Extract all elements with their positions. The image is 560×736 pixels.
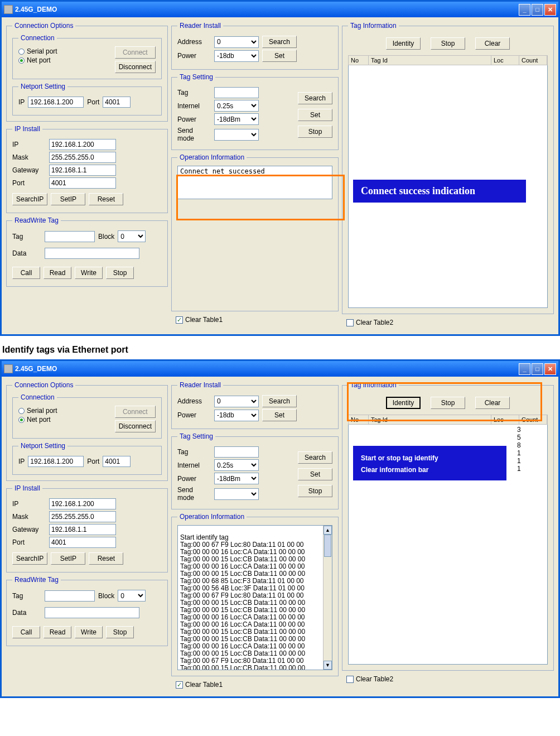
- clear-table2-checkbox[interactable]: [346, 319, 354, 326]
- tag-stop-button[interactable]: Stop: [431, 397, 465, 409]
- block-select[interactable]: 0: [118, 590, 146, 602]
- clear-table2-checkbox[interactable]: [346, 676, 354, 683]
- port-label: Port: [12, 538, 46, 546]
- write-button[interactable]: Write: [75, 626, 103, 638]
- opinfo-lines: Start identify tag Tag:00 00 67 F9 Loc:8…: [180, 533, 305, 670]
- reader-set-button[interactable]: Set: [262, 409, 297, 421]
- tag-table-counts: 3 5 8 1 1 1: [517, 426, 545, 663]
- clear-button[interactable]: Clear: [475, 397, 510, 409]
- scroll-thumb[interactable]: [324, 535, 331, 557]
- gateway-input[interactable]: [49, 524, 116, 535]
- opinfo-textarea[interactable]: Start identify tag Tag:00 00 67 F9 Loc:8…: [177, 525, 332, 670]
- readwrite-legend: ReadWrite Tag: [12, 576, 61, 584]
- rw-data-input[interactable]: [45, 248, 139, 259]
- block-select[interactable]: 0: [118, 230, 146, 242]
- ts-interval-select[interactable]: 0.25s: [214, 100, 259, 112]
- netport-setting-group: Netport Setting IP Port: [12, 83, 162, 116]
- setip-button[interactable]: SetIP: [51, 552, 85, 565]
- clear-table1-label: Clear Table1: [185, 316, 223, 324]
- minimize-button[interactable]: _: [519, 4, 530, 16]
- connect-button[interactable]: Connect: [115, 46, 156, 59]
- stop-button[interactable]: Stop: [106, 267, 134, 279]
- write-button[interactable]: Write: [75, 267, 103, 279]
- ip-input[interactable]: [49, 498, 116, 509]
- call-button[interactable]: Call: [12, 267, 40, 279]
- ts-set-button[interactable]: Set: [298, 109, 332, 121]
- ts-stop-button[interactable]: Stop: [298, 126, 332, 138]
- reader-search-button[interactable]: Search: [262, 36, 297, 48]
- clear-table1-checkbox[interactable]: [176, 316, 183, 324]
- identity-button[interactable]: Identity: [386, 37, 421, 50]
- annotation-line1: Start or stop tag identify: [361, 454, 438, 462]
- netport-setting-group: Netport Setting IP Port: [12, 442, 162, 475]
- netport-ip-input[interactable]: [28, 97, 84, 108]
- searchip-button[interactable]: SearchIP: [12, 552, 47, 565]
- mask-input[interactable]: [49, 152, 116, 163]
- rw-data-input[interactable]: [45, 607, 139, 618]
- rw-tag-input[interactable]: [45, 231, 95, 242]
- clear-button[interactable]: Clear: [475, 37, 510, 50]
- reset-button[interactable]: Reset: [89, 193, 123, 205]
- disconnect-button[interactable]: Disconnect: [115, 61, 156, 73]
- disconnect-button[interactable]: Disconnect: [115, 420, 156, 432]
- reader-search-button[interactable]: Search: [262, 395, 297, 407]
- serial-port-radio[interactable]: [18, 408, 25, 414]
- port-label: Port: [87, 458, 99, 465]
- net-port-radio[interactable]: [18, 57, 25, 64]
- ts-tag-input[interactable]: [214, 87, 259, 98]
- scroll-down-icon[interactable]: ▼: [324, 661, 332, 670]
- serial-port-radio[interactable]: [18, 49, 25, 55]
- gateway-label: Gateway: [12, 526, 46, 533]
- port-input[interactable]: [49, 537, 116, 548]
- reader-power-select[interactable]: -18db: [214, 50, 259, 62]
- reset-button[interactable]: Reset: [89, 552, 123, 565]
- mask-input[interactable]: [49, 511, 116, 522]
- netport-port-input[interactable]: [103, 456, 131, 467]
- port-label: Port: [12, 179, 46, 187]
- opinfo-scrollbar[interactable]: ▲ ▼: [323, 526, 332, 670]
- ts-set-button[interactable]: Set: [298, 468, 332, 480]
- netport-legend: Netport Setting: [18, 83, 67, 90]
- minimize-button[interactable]: _: [519, 363, 530, 375]
- stop-button[interactable]: Stop: [106, 626, 134, 638]
- netport-port-input[interactable]: [103, 97, 131, 108]
- close-button[interactable]: ✕: [544, 363, 556, 375]
- titlebar: 2.45G_DEMO _ □ ✕: [2, 2, 558, 17]
- address-select[interactable]: 0: [214, 396, 259, 407]
- clear-table1-checkbox[interactable]: [176, 681, 183, 689]
- ts-interval-select[interactable]: 0.25s: [214, 459, 259, 471]
- maximize-button[interactable]: □: [532, 4, 543, 16]
- tag-label: Tag: [12, 233, 41, 240]
- address-select[interactable]: 0: [214, 36, 259, 48]
- call-button[interactable]: Call: [12, 626, 40, 638]
- identity-button[interactable]: Identity: [386, 397, 421, 409]
- ts-sendmode-select[interactable]: [214, 488, 259, 500]
- ts-search-button[interactable]: Search: [298, 92, 332, 104]
- read-button[interactable]: Read: [44, 267, 71, 279]
- reader-power-select[interactable]: -18db: [214, 410, 259, 421]
- gateway-input[interactable]: [49, 165, 116, 176]
- col-no: No: [349, 56, 369, 65]
- setip-button[interactable]: SetIP: [51, 193, 85, 205]
- searchip-button[interactable]: SearchIP: [12, 193, 47, 205]
- ts-stop-button[interactable]: Stop: [298, 485, 332, 497]
- tag-stop-button[interactable]: Stop: [431, 37, 465, 50]
- port-input[interactable]: [49, 177, 116, 189]
- netport-ip-input[interactable]: [28, 456, 84, 467]
- connect-button[interactable]: Connect: [115, 406, 156, 418]
- ts-power-select[interactable]: -18dBm: [214, 113, 259, 125]
- net-port-radio[interactable]: [18, 417, 25, 423]
- ts-power-select[interactable]: -18dBm: [214, 473, 259, 484]
- read-button[interactable]: Read: [44, 626, 71, 638]
- ip-install-legend: IP Install: [12, 125, 42, 133]
- close-button[interactable]: ✕: [544, 4, 556, 16]
- scroll-up-icon[interactable]: ▲: [324, 526, 332, 535]
- ts-tag-input[interactable]: [214, 446, 259, 458]
- ip-input[interactable]: [49, 139, 116, 150]
- ip-label: IP: [18, 458, 25, 465]
- reader-set-button[interactable]: Set: [262, 50, 297, 62]
- ts-sendmode-select[interactable]: [214, 129, 259, 141]
- ts-search-button[interactable]: Search: [298, 451, 332, 464]
- rw-tag-input[interactable]: [45, 590, 95, 602]
- maximize-button[interactable]: □: [532, 363, 543, 375]
